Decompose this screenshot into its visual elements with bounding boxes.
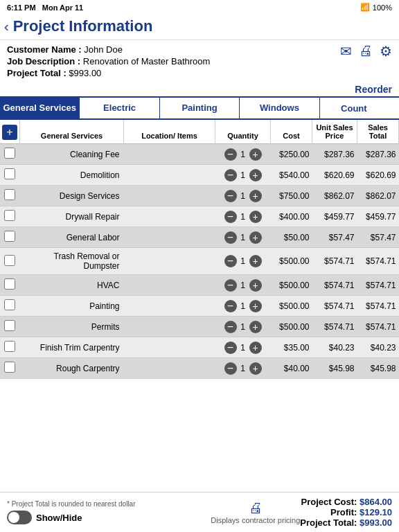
row-cost: $750.00 [271, 186, 312, 206]
qty-decrease-button[interactable]: − [224, 362, 237, 375]
row-location [124, 206, 215, 227]
table-row: Finish Trim Carpentry − 1 + $35.00 $40.2… [0, 337, 399, 358]
location-col-header: Location/ Items [124, 120, 215, 144]
qty-decrease-button[interactable]: − [224, 255, 237, 267]
row-unit-price: $574.71 [312, 296, 357, 317]
qty-decrease-button[interactable]: − [224, 279, 237, 292]
qty-value: 1 [238, 191, 248, 201]
row-unit-price: $287.36 [312, 144, 357, 165]
add-service-button[interactable]: + [2, 125, 17, 140]
status-indicators: 📶 100% [360, 3, 392, 12]
row-location [124, 358, 215, 379]
qty-decrease-button[interactable]: − [224, 231, 237, 244]
show-hide-toggle[interactable] [7, 511, 32, 524]
qty-increase-button[interactable]: + [249, 169, 262, 181]
row-sales-total: $574.71 [357, 296, 399, 317]
page-title: Project Information [13, 17, 392, 35]
job-description-value: Renovation of Master Bathroom [83, 56, 211, 66]
tab-electric[interactable]: Electric [80, 98, 159, 118]
row-sales-total: $57.47 [357, 227, 399, 248]
back-button[interactable]: ‹ [4, 19, 9, 35]
row-checkbox[interactable] [4, 299, 15, 310]
email-icon[interactable]: ✉ [340, 43, 352, 60]
tab-general-services[interactable]: General Services [0, 98, 80, 118]
qty-decrease-button[interactable]: − [224, 190, 237, 202]
row-cost: $540.00 [271, 165, 312, 186]
row-checkbox-cell [0, 144, 20, 165]
service-col-header: General Services [20, 120, 124, 144]
row-location [124, 227, 215, 248]
footer-right: Project Cost: $864.00 Profit: $129.10 Pr… [300, 497, 392, 528]
qty-decrease-button[interactable]: − [224, 148, 237, 161]
qty-value: 1 [238, 170, 248, 180]
row-checkbox[interactable] [4, 255, 15, 266]
row-unit-price: $574.71 [312, 275, 357, 296]
qty-decrease-button[interactable]: − [224, 211, 237, 223]
qty-value: 1 [238, 256, 248, 266]
row-checkbox-cell [0, 165, 20, 186]
reorder-button[interactable]: Reorder [355, 84, 392, 95]
sales-total-col-header: Sales Total [357, 120, 399, 144]
tab-windows[interactable]: Windows [240, 98, 319, 118]
qty-increase-button[interactable]: + [249, 148, 262, 161]
qty-increase-button[interactable]: + [249, 342, 262, 354]
row-quantity-cell: − 1 + [215, 165, 271, 186]
row-checkbox-cell [0, 275, 20, 296]
qty-decrease-button[interactable]: − [224, 169, 237, 181]
qty-increase-button[interactable]: + [249, 255, 262, 267]
row-checkbox[interactable] [4, 278, 15, 290]
tab-painting[interactable]: Painting [160, 98, 240, 118]
project-total-row: Project Total : $993.00 [7, 68, 392, 78]
settings-icon[interactable]: ⚙ [380, 43, 392, 60]
table-row: Design Services − 1 + $750.00 $862.07 $8… [0, 186, 399, 206]
row-checkbox[interactable] [4, 168, 15, 179]
qty-increase-button[interactable]: + [249, 190, 262, 202]
qty-increase-button[interactable]: + [249, 231, 262, 244]
row-unit-price: $620.69 [312, 165, 357, 186]
row-unit-price: $40.23 [312, 337, 357, 358]
row-unit-price: $57.47 [312, 227, 357, 248]
row-checkbox[interactable] [4, 341, 15, 352]
row-checkbox-cell [0, 358, 20, 379]
row-location [124, 165, 215, 186]
customer-name-row: Customer Name : John Doe [7, 44, 392, 55]
row-checkbox-cell [0, 317, 20, 337]
project-total-label: Project Total : [7, 68, 66, 78]
footer: * Project Total is rounded to nearest do… [0, 492, 399, 532]
project-cost-row: Project Cost: $864.00 [300, 497, 392, 507]
table-row: Painting − 1 + $500.00 $574.71 $574.71 [0, 296, 399, 317]
status-time: 6:11 PM Mon Apr 11 [7, 3, 83, 12]
qty-increase-button[interactable]: + [249, 211, 262, 223]
row-checkbox[interactable] [4, 320, 15, 331]
tabs-bar: General Services Electric Painting Windo… [0, 96, 399, 120]
qty-increase-button[interactable]: + [249, 362, 262, 375]
qty-value: 1 [238, 150, 248, 159]
edit-icon: ✏ [370, 103, 378, 114]
row-checkbox-cell [0, 337, 20, 358]
row-service-name: Painting [20, 296, 124, 317]
row-quantity-cell: − 1 + [215, 206, 271, 227]
row-service-name: Demolition [20, 165, 124, 186]
row-location [124, 275, 215, 296]
reorder-row: Reorder [0, 82, 399, 96]
qty-increase-button[interactable]: + [249, 321, 262, 333]
tab-count[interactable]: Count ✏ [320, 98, 399, 118]
row-checkbox[interactable] [4, 362, 15, 373]
row-cost: $500.00 [271, 317, 312, 337]
qty-decrease-button[interactable]: − [224, 300, 237, 312]
footer-print-icon[interactable]: 🖨 [249, 500, 263, 516]
qty-increase-button[interactable]: + [249, 300, 262, 312]
qty-decrease-button[interactable]: − [224, 342, 237, 354]
row-checkbox[interactable] [4, 231, 15, 242]
project-total-footer-value: $993.00 [360, 517, 392, 528]
qty-increase-button[interactable]: + [249, 279, 262, 292]
cost-col-header: Cost [271, 120, 312, 144]
row-quantity-cell: − 1 + [215, 248, 271, 275]
print-icon[interactable]: 🖨 [359, 43, 373, 60]
row-checkbox[interactable] [4, 210, 15, 221]
row-checkbox[interactable] [4, 189, 15, 200]
row-location [124, 248, 215, 275]
qty-decrease-button[interactable]: − [224, 321, 237, 333]
add-col-header: + [0, 120, 20, 144]
row-checkbox[interactable] [4, 148, 15, 159]
